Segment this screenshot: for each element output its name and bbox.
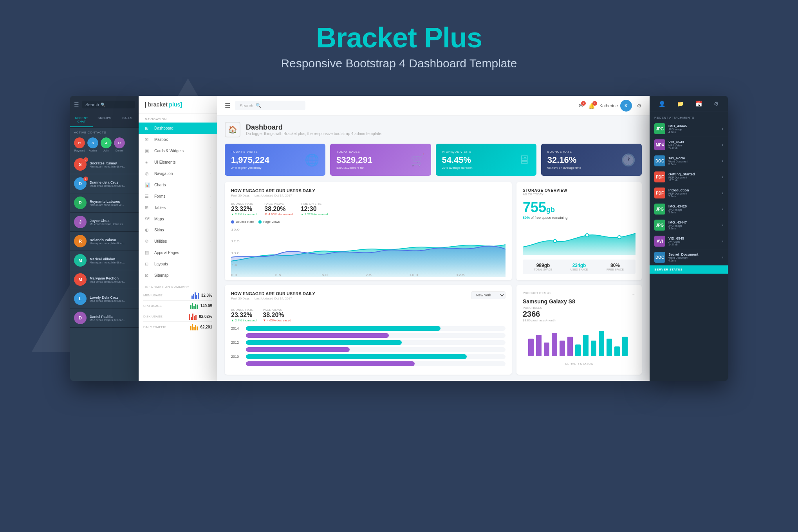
attachment-more-icon[interactable]: › xyxy=(722,175,723,179)
chat-tab-recent[interactable]: RECENT CHAT xyxy=(70,113,93,127)
app-subtitle: Responsive Bootstrap 4 Dashboard Templat… xyxy=(0,57,798,70)
attachment-item[interactable]: JPG IMG_43445 JPG Image4.2mb › xyxy=(650,121,728,137)
chat-item[interactable]: M Maricel Villalon Nam quam nunc, blandi… xyxy=(70,251,139,270)
sidebar-item-tables[interactable]: ⊞ Tables › xyxy=(139,202,217,213)
svg-text:12.5: 12.5 xyxy=(456,273,465,277)
attachment-item[interactable]: DOC Tax_Form Word Document5.5mb › xyxy=(650,153,728,169)
rp-folder-icon[interactable]: 📁 xyxy=(677,101,684,107)
attachment-item[interactable]: JPG IMG_43420 JPG Image2.2mb › xyxy=(650,201,728,217)
nav-search-box[interactable]: Search 🔍 xyxy=(235,101,305,110)
attachment-more-icon[interactable]: › xyxy=(722,223,723,227)
chevron-right-icon: › xyxy=(209,172,211,175)
rp-settings-icon[interactable]: ⚙ xyxy=(714,101,719,107)
chevron-right-icon: › xyxy=(209,195,211,198)
svg-rect-15 xyxy=(544,343,549,356)
nav-search-icon: 🔍 xyxy=(256,103,261,108)
chat-item[interactable]: R Reynante Labares Nam quam nunc, bl adt… xyxy=(70,193,139,213)
attachments-section-label: RECENT ATTACHMENTS xyxy=(650,112,728,121)
utilities-icon: ⚙ xyxy=(145,239,150,244)
sidebar-item-skins[interactable]: ◐ Skins › xyxy=(139,224,217,236)
right-panel-icons: 👤 📁 📅 ⚙ xyxy=(650,96,728,112)
sidebar-item-ui[interactable]: ◈ UI Elements › xyxy=(139,157,217,168)
sidebar: | bracket plus] NAVIGATION ⊞ Dashboard ✉… xyxy=(139,96,217,381)
svg-point-11 xyxy=(585,234,589,237)
clock-icon: 🕐 xyxy=(621,153,636,167)
svg-text:10.0: 10.0 xyxy=(410,273,418,277)
attachment-more-icon[interactable]: › xyxy=(722,255,723,260)
nav-settings-button[interactable]: ⚙ xyxy=(637,103,642,109)
contact-daniel[interactable]: D Daniel xyxy=(114,137,125,152)
sidebar-item-utilities[interactable]: ⚙ Utilities › xyxy=(139,236,217,247)
hbar-row-2012-b xyxy=(231,347,506,352)
sidebar-item-label: Dashboard xyxy=(154,126,173,130)
sidebar-item-label: Tables xyxy=(154,206,166,210)
charts-icon: 📊 xyxy=(145,182,150,188)
sidebar-item-mailbox[interactable]: ✉ Mailbox xyxy=(139,134,217,145)
sidebar-item-label: Utilities xyxy=(154,239,167,243)
active-contacts-row: R Raymart A Adrian J John D Daniel xyxy=(70,136,139,155)
chat-search-box[interactable]: Search 🔍 xyxy=(82,101,135,108)
hbar-chart: 2014 2012 xyxy=(231,326,506,366)
mailbox-icon: ✉ xyxy=(145,137,150,142)
rp-calendar-icon[interactable]: 📅 xyxy=(695,101,702,107)
chat-item[interactable]: D 1 Dianne dela Cruz Maec enas tempus, t… xyxy=(70,174,139,193)
chat-header: ☰ Search 🔍 xyxy=(70,96,139,113)
nav-bell-button[interactable]: 🔔 2 xyxy=(588,103,595,109)
server-status-bar: SERVER STATUS xyxy=(650,265,728,274)
attachment-item[interactable]: MP4 VID_6543 MP4 Video24.8mb › xyxy=(650,137,728,153)
sidebar-item-apps[interactable]: ▤ Apps & Pages › xyxy=(139,247,217,258)
chat-item[interactable]: L Lovely Dela Cruz Mae cenas tempus, tel… xyxy=(70,289,139,308)
nav-hamburger-icon[interactable]: ☰ xyxy=(225,102,230,109)
attachment-more-icon[interactable]: › xyxy=(722,143,723,147)
attachment-more-icon[interactable]: › xyxy=(722,127,723,131)
nav-user[interactable]: Katherine K xyxy=(599,100,632,112)
product-menu-button[interactable]: ··· xyxy=(632,291,636,297)
product-bar-chart xyxy=(523,327,636,358)
attachment-icon-pdf2: PDF xyxy=(654,188,665,198)
chat-tab-groups[interactable]: GROUPS xyxy=(93,113,116,127)
contact-john[interactable]: J John xyxy=(101,137,112,152)
hamburger-icon[interactable]: ☰ xyxy=(74,101,79,108)
rp-user-icon[interactable]: 👤 xyxy=(659,101,665,107)
contact-adrian[interactable]: A Adrian xyxy=(87,137,98,152)
nav-mail-button[interactable]: ✉ 3 xyxy=(579,103,583,109)
cards-icon: ▣ xyxy=(145,148,150,153)
navigation-icon: ◎ xyxy=(145,171,150,176)
sidebar-item-navigation[interactable]: ◎ Navigation › xyxy=(139,168,217,179)
sidebar-item-layouts[interactable]: ⊡ Layouts xyxy=(139,258,217,270)
attachment-item[interactable]: PDF Getting_Started PDF Document12.7mb › xyxy=(650,169,728,185)
sidebar-item-cards[interactable]: ▣ Cards & Widgets › xyxy=(139,145,217,157)
attachment-icon-vid: MP4 xyxy=(654,139,665,150)
page-header: 🏠 Dashboard Do bigger things with Bracke… xyxy=(225,122,642,137)
sidebar-item-forms[interactable]: ☰ Forms › xyxy=(139,191,217,202)
sidebar-item-label: Layouts xyxy=(154,262,168,266)
engagement-title: HOW ENGAGED ARE OUR USERS DAILY xyxy=(231,188,506,193)
attachment-more-icon[interactable]: › xyxy=(722,191,723,195)
attachment-item[interactable]: PDF Introduction PDF Document7.7mb › xyxy=(650,185,728,201)
product-header: PRODUCT ITEM #1 ··· xyxy=(523,291,636,297)
attachment-item[interactable]: AVI VID_6545 AVI Video14.8mb › xyxy=(650,233,728,249)
city-dropdown[interactable]: New York Los Angeles Chicago xyxy=(471,291,506,299)
sidebar-item-maps[interactable]: 🗺 Maps › xyxy=(139,213,217,224)
chevron-right-icon: › xyxy=(209,206,211,209)
chat-item[interactable]: D Daniel Padilla Mae cenas tempus, tellu… xyxy=(70,308,139,328)
server-status-label: SERVER STATUS xyxy=(523,362,636,366)
chat-item[interactable]: J Joyce Chua Ma ecnas tempus, tellus es.… xyxy=(70,213,139,232)
sidebar-item-sitemap[interactable]: ⊠ Sitemap xyxy=(139,270,217,281)
bottom-chart-title: HOW ENGAGED ARE OUR USERS DAILY xyxy=(231,291,315,296)
chevron-right-icon: › xyxy=(209,228,211,232)
contact-raymart[interactable]: R Raymart xyxy=(74,137,85,152)
svg-rect-17 xyxy=(560,341,565,356)
attachment-item[interactable]: JPG IMG_43447 JPG Image3.2mb › xyxy=(650,217,728,233)
sidebar-item-charts[interactable]: 📊 Charts › xyxy=(139,179,217,191)
chat-item[interactable]: M Maryjane Pechon Mae cenas tempus, tell… xyxy=(70,270,139,289)
chat-tab-calls[interactable]: CALLS xyxy=(116,113,139,127)
storage-total: 989gb TOTAL SPACE xyxy=(526,263,560,271)
chat-item[interactable]: S 2 Socrates Itumay Nam quam nunc, bland… xyxy=(70,155,139,174)
attachment-more-icon[interactable]: › xyxy=(722,159,723,163)
attachment-item[interactable]: DOC Secret_Document Word Document4.5mb › xyxy=(650,249,728,265)
chat-item[interactable]: R Rolando Palaso Nam quam nunc, blandit … xyxy=(70,232,139,251)
attachment-more-icon[interactable]: › xyxy=(722,239,723,243)
sidebar-item-dashboard[interactable]: ⊞ Dashboard xyxy=(139,123,217,134)
attachment-more-icon[interactable]: › xyxy=(722,207,723,211)
